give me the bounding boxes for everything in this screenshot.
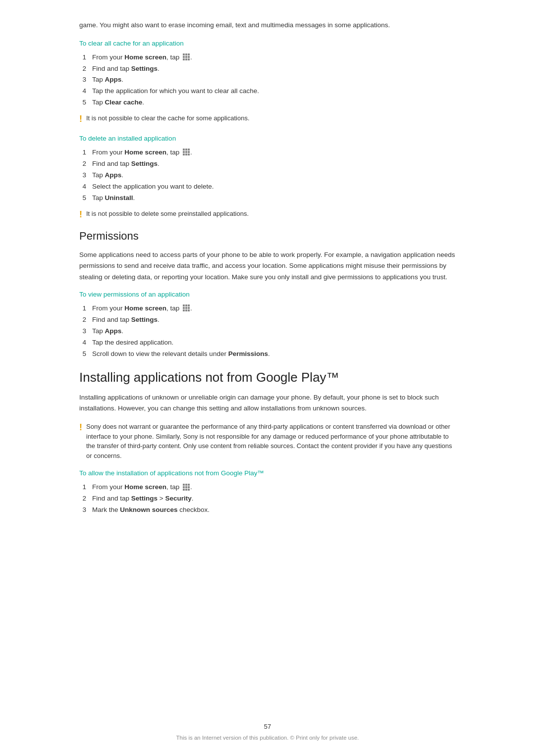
svg-rect-30 [183,486,185,488]
page: game. You might also want to erase incom… [0,0,535,756]
svg-rect-26 [188,309,190,311]
svg-rect-21 [183,307,185,309]
svg-rect-13 [185,151,187,153]
svg-rect-1 [185,53,187,55]
list-item: 2 Find and tap Settings > Security. [79,493,456,504]
svg-rect-25 [185,309,187,311]
view-permissions-heading: To view permissions of an application [79,291,456,298]
list-item: 1 From your Home screen, tap . [79,147,456,158]
permissions-steps: 1 From your Home screen, tap . 2 Find an… [79,303,456,360]
delete-heading: To delete an installed application [79,135,456,142]
svg-rect-7 [185,58,187,60]
installing-section: Installing applications not from Google … [79,370,456,516]
svg-rect-5 [188,56,190,58]
svg-rect-14 [188,151,190,153]
permissions-section: Permissions Some applications need to ac… [79,230,456,359]
list-item: 3 Tap Apps. [79,170,456,181]
svg-rect-35 [188,489,190,491]
installing-note-block: ! Sony does not warrant or guarantee the… [79,422,456,460]
svg-rect-23 [188,307,190,309]
svg-rect-18 [183,304,185,306]
grid-icon [182,148,190,156]
list-item: 3 Tap Apps. [79,326,456,337]
svg-rect-31 [185,486,187,488]
intro-paragraph: game. You might also want to erase incom… [79,20,456,31]
delete-steps: 1 From your Home screen, tap . 2 Find an… [79,147,456,204]
list-item: 5 Tap Uninstall. [79,193,456,204]
grid-icon [182,53,190,61]
install-steps: 1 From your Home screen, tap . 2 Find an… [79,482,456,516]
warning-icon: ! [79,422,82,433]
delete-section: To delete an installed application 1 Fro… [79,135,456,220]
list-item: 5 Tap Clear cache. [79,97,456,108]
clear-cache-note: ! It is not possible to clear the cache … [79,113,456,125]
clear-cache-steps: 1 From your Home screen, tap . 2 Find an… [79,52,456,109]
list-item: 1 From your Home screen, tap . [79,482,456,493]
footer-note: This is an Internet version of this publ… [176,735,359,741]
page-footer: 57 This is an Internet version of this p… [0,723,535,741]
svg-rect-8 [188,58,190,60]
svg-rect-15 [183,153,185,155]
svg-rect-10 [185,149,187,151]
list-item: 5 Scroll down to view the relevant detai… [79,349,456,360]
list-item: 2 Find and tap Settings. [79,63,456,75]
svg-rect-16 [185,153,187,155]
svg-rect-11 [188,149,190,151]
svg-rect-12 [183,151,185,153]
svg-rect-24 [183,309,185,311]
svg-rect-34 [185,489,187,491]
svg-rect-27 [183,484,185,486]
svg-rect-2 [188,53,190,55]
svg-rect-19 [185,304,187,306]
grid-icon [182,304,190,312]
svg-rect-22 [185,307,187,309]
svg-rect-4 [185,56,187,58]
svg-rect-32 [188,486,190,488]
clear-cache-heading: To clear all cache for an application [79,40,456,47]
svg-rect-3 [183,56,185,58]
svg-rect-9 [183,149,185,151]
svg-rect-29 [188,484,190,486]
list-item: 3 Tap Apps. [79,74,456,86]
svg-rect-20 [188,304,190,306]
warning-icon: ! [79,209,82,220]
list-item: 3 Mark the Unknown sources checkbox. [79,504,456,516]
page-number: 57 [0,723,535,730]
installing-heading: Installing applications not from Google … [79,370,456,385]
svg-rect-28 [185,484,187,486]
grid-icon [182,483,190,491]
list-item: 4 Tap the application for which you want… [79,86,456,97]
svg-rect-6 [183,58,185,60]
clear-cache-section: To clear all cache for an application 1 … [79,40,456,125]
permissions-heading: Permissions [79,230,456,243]
delete-note: ! It is not possible to delete some prei… [79,209,456,220]
list-item: 4 Tap the desired application. [79,337,456,349]
list-item: 1 From your Home screen, tap . [79,52,456,63]
list-item: 4 Select the application you want to del… [79,181,456,193]
svg-rect-17 [188,153,190,155]
allow-install-heading: To allow the installation of application… [79,469,456,477]
svg-rect-0 [183,53,185,55]
list-item: 2 Find and tap Settings. [79,158,456,170]
svg-rect-33 [183,489,185,491]
installing-body: Installing applications of unknown or un… [79,392,456,414]
list-item: 2 Find and tap Settings. [79,314,456,326]
list-item: 1 From your Home screen, tap . [79,303,456,314]
permissions-body: Some applications need to access parts o… [79,250,456,283]
warning-icon: ! [79,114,82,125]
